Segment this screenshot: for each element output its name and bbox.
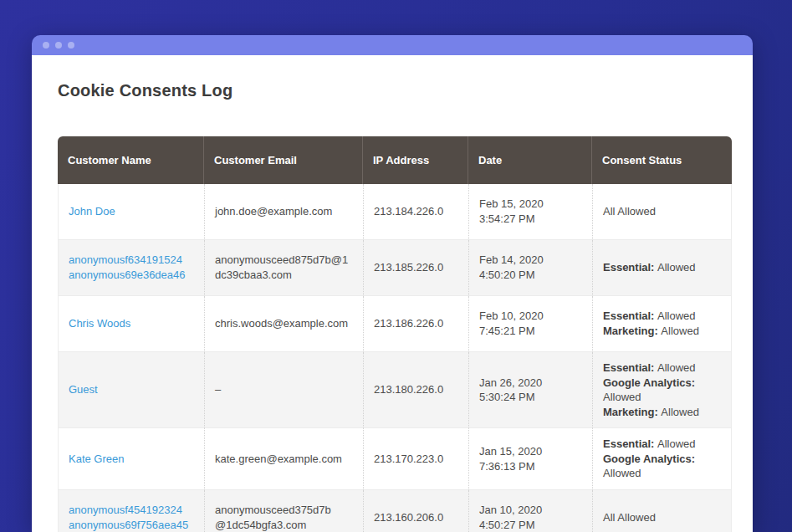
customer-email-text: john.doe@example.com	[215, 204, 356, 219]
cell-customer-email: –	[204, 352, 363, 427]
cell-customer-name: anonymousf634191524anonymous69e36dea46	[59, 240, 204, 295]
consent-status-text: Google Analytics: Allowed	[603, 452, 726, 481]
customer-name-link[interactable]: John Doe	[69, 204, 197, 219]
date-text: Feb 14, 2020	[479, 253, 585, 268]
table-header-row: Customer Name Customer Email IP Address …	[58, 136, 732, 184]
cell-ip-address: 213.170.223.0	[363, 428, 468, 489]
window-control-dot	[68, 42, 74, 49]
cell-customer-email: anonymousceed375d7b@1dc54bgfa3.com	[204, 490, 363, 532]
cell-date: Feb 10, 20207:45:21 PM	[468, 296, 592, 351]
cell-ip-address: 213.184.226.0	[363, 184, 468, 239]
customer-name-link[interactable]: Chris Woods	[69, 316, 197, 331]
ip-address-text: 213.180.226.0	[374, 382, 462, 397]
consent-status-text: All Allowed	[603, 510, 726, 525]
cell-date: Jan 15, 20207:36:13 PM	[468, 428, 592, 489]
column-header-consent-status: Consent Status	[591, 136, 732, 184]
date-text: Jan 15, 2020	[479, 444, 585, 459]
customer-email-text: @1dc54bgfa3.com	[215, 518, 356, 532]
cell-consent-status: All Allowed	[592, 184, 733, 239]
date-text: Feb 15, 2020	[479, 197, 585, 212]
customer-name-link[interactable]: anonymous69f756aea45	[69, 518, 197, 532]
cell-customer-name: anonymousf454192324anonymous69f756aea45	[59, 490, 204, 532]
column-header-customer-name: Customer Name	[58, 136, 203, 184]
cell-consent-status: Essential: AllowedGoogle Analytics: Allo…	[592, 428, 733, 489]
date-text: 3:54:27 PM	[479, 212, 585, 227]
cell-customer-email: chris.woods@example.com	[204, 296, 363, 351]
date-text: 7:45:21 PM	[479, 324, 585, 339]
customer-email-text: anonymousceed375d7b	[215, 503, 356, 518]
cell-customer-email: john.doe@example.com	[204, 184, 363, 239]
window-control-dot	[43, 42, 49, 49]
date-text: Jan 26, 2020	[479, 376, 585, 391]
table-row: Chris Woods chris.woods@example.com 213.…	[59, 296, 731, 352]
ip-address-text: 213.186.226.0	[374, 316, 462, 331]
page-background: Cookie Consents Log Customer Name Custom…	[0, 0, 792, 532]
cell-date: Feb 14, 20204:50:20 PM	[468, 240, 592, 295]
cell-ip-address: 213.185.226.0	[363, 240, 468, 295]
date-text: Feb 10, 2020	[479, 309, 585, 324]
table-row: John Doe john.doe@example.com 213.184.22…	[59, 184, 731, 240]
customer-name-link[interactable]: anonymous69e36dea46	[69, 268, 197, 283]
window-content: Cookie Consents Log Customer Name Custom…	[32, 55, 753, 532]
consent-status-text: Essential: Allowed	[603, 361, 726, 376]
window-titlebar	[32, 35, 753, 55]
cell-customer-name: John Doe	[59, 184, 204, 239]
customer-name-link[interactable]: Guest	[69, 382, 197, 397]
ip-address-text: 213.184.226.0	[374, 204, 462, 219]
page-title: Cookie Consents Log	[58, 81, 753, 100]
column-header-customer-email: Customer Email	[203, 136, 362, 184]
table-row: Kate Green kate.green@example.com 213.17…	[59, 428, 731, 490]
customer-name-link[interactable]: anonymousf454192324	[69, 503, 197, 518]
customer-email-text: chris.woods@example.com	[215, 316, 356, 331]
customer-email-text: –	[215, 382, 356, 397]
column-header-date: Date	[468, 136, 591, 184]
cell-customer-email: anonymousceed875d7b@1dc39cbaa3.com	[204, 240, 363, 295]
column-header-ip-address: IP Address	[362, 136, 468, 184]
cell-consent-status: Essential: Allowed	[592, 240, 733, 295]
browser-window: Cookie Consents Log Customer Name Custom…	[32, 35, 753, 532]
cell-customer-name: Chris Woods	[59, 296, 204, 351]
ip-address-text: 213.170.223.0	[374, 452, 462, 467]
consent-status-text: Marketing: Allowed	[603, 405, 726, 420]
consent-status-text: All Allowed	[603, 204, 726, 219]
cell-date: Jan 26, 20205:30:24 PM	[468, 352, 592, 427]
consent-status-text: Google Analytics: Allowed	[603, 376, 726, 405]
table-row: anonymousf634191524anonymous69e36dea46 a…	[59, 240, 731, 296]
consent-status-text: Marketing: Allowed	[603, 324, 726, 339]
date-text: 4:50:20 PM	[479, 268, 585, 283]
table-row: anonymousf454192324anonymous69f756aea45 …	[59, 490, 731, 532]
customer-email-text: anonymousceed875d7b@1	[215, 253, 356, 268]
cell-date: Feb 15, 20203:54:27 PM	[468, 184, 592, 239]
cell-consent-status: All Allowed	[592, 490, 733, 532]
window-control-dot	[55, 42, 62, 49]
customer-email-text: dc39cbaa3.com	[215, 268, 356, 283]
cell-customer-email: kate.green@example.com	[204, 428, 363, 489]
customer-name-link[interactable]: anonymousf634191524	[69, 253, 197, 268]
consent-status-text: Essential: Allowed	[603, 260, 726, 275]
cell-ip-address: 213.180.226.0	[363, 352, 468, 427]
cell-customer-name: Kate Green	[59, 428, 204, 489]
customer-email-text: kate.green@example.com	[215, 452, 356, 467]
date-text: 7:36:13 PM	[479, 459, 585, 474]
cell-date: Jan 10, 20204:50:27 PM	[468, 490, 592, 532]
ip-address-text: 213.185.226.0	[374, 260, 462, 275]
date-text: Jan 10, 2020	[479, 503, 585, 518]
table-row: Guest – 213.180.226.0 Jan 26, 20205:30:2…	[59, 352, 731, 428]
customer-name-link[interactable]: Kate Green	[69, 452, 197, 467]
cookie-consents-table: Customer Name Customer Email IP Address …	[58, 136, 732, 532]
table-body: John Doe john.doe@example.com 213.184.22…	[58, 184, 732, 532]
cell-consent-status: Essential: AllowedGoogle Analytics: Allo…	[592, 352, 733, 427]
consent-status-text: Essential: Allowed	[603, 309, 726, 324]
date-text: 5:30:24 PM	[479, 390, 585, 405]
cell-ip-address: 213.186.226.0	[363, 296, 468, 351]
ip-address-text: 213.160.206.0	[374, 510, 462, 525]
cell-consent-status: Essential: AllowedMarketing: Allowed	[592, 296, 733, 351]
consent-status-text: Essential: Allowed	[603, 437, 726, 452]
date-text: 4:50:27 PM	[479, 518, 585, 532]
cell-customer-name: Guest	[59, 352, 204, 427]
cell-ip-address: 213.160.206.0	[363, 490, 468, 532]
